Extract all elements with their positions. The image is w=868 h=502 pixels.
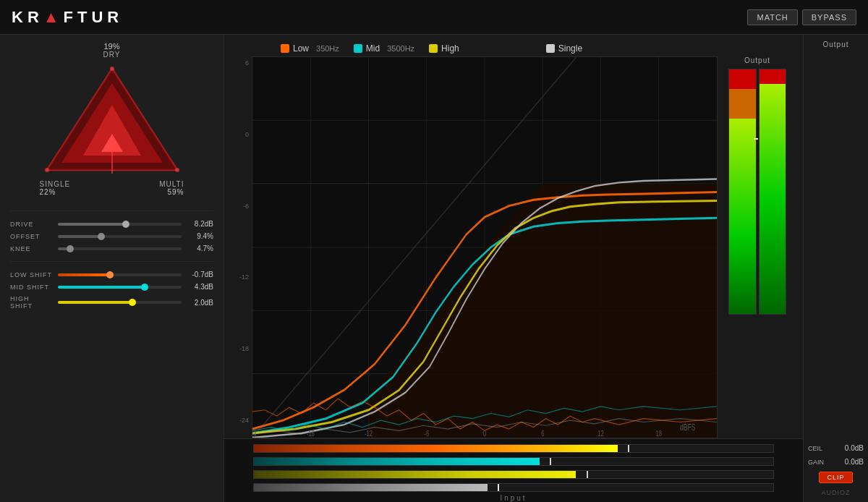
- mid-legend-label: Mid: [366, 43, 380, 54]
- bypass-button[interactable]: BYPASS: [802, 9, 856, 25]
- input-meters: [224, 439, 803, 494]
- legend-low: Low: [281, 43, 309, 54]
- low-input-meter[interactable]: [253, 444, 774, 453]
- triangle-container[interactable]: [40, 61, 184, 177]
- meter-marker-left: [754, 138, 758, 140]
- svg-text:-18: -18: [307, 429, 315, 438]
- high-shift-label: HIGH SHIFT: [10, 295, 54, 310]
- high-input-row: [253, 469, 774, 480]
- header-controls: MATCH BYPASS: [747, 9, 856, 25]
- single-input-meter[interactable]: [253, 483, 774, 492]
- single-input-row: [253, 482, 774, 493]
- meter-red-right: [760, 69, 786, 84]
- legend-mid: Mid: [354, 43, 380, 54]
- legend-high: High: [429, 43, 459, 54]
- knee-thumb[interactable]: [67, 245, 74, 252]
- mid-meter-fill: [254, 458, 540, 465]
- shift-sliders: LOW SHIFT -0.7dB MID SHIFT 4.3dB HIGH SH…: [10, 271, 213, 310]
- drive-thumb[interactable]: [122, 221, 129, 228]
- right-meter: [759, 69, 787, 315]
- meter-green-right: [760, 84, 786, 314]
- ceil-label: CEIL: [808, 445, 822, 452]
- input-label: Input: [224, 494, 803, 502]
- gain-row: GAIN 0.0dB: [808, 458, 864, 466]
- ceil-row: CEIL 0.0dB: [808, 444, 864, 452]
- y-label-0: 0: [230, 131, 252, 138]
- svg-text:6: 6: [541, 429, 544, 438]
- mid-marker: [550, 458, 551, 465]
- knee-track[interactable]: [58, 247, 182, 250]
- output-label: Output: [744, 56, 770, 64]
- mid-shift-track[interactable]: [58, 286, 182, 289]
- knee-label: KNEE: [10, 245, 54, 252]
- svg-text:12: 12: [597, 429, 603, 438]
- high-shift-track[interactable]: [58, 301, 182, 304]
- chart-svg: dBFS -24 -18 -12 -6 0 6 12 18: [252, 57, 717, 438]
- svg-text:0: 0: [483, 429, 486, 438]
- offset-value: 9.4%: [186, 232, 213, 240]
- single-color-dot: [546, 44, 555, 53]
- triangle-svg[interactable]: [40, 61, 184, 177]
- high-shift-fill: [58, 301, 132, 304]
- divider-2: [10, 261, 213, 262]
- high-shift-row: HIGH SHIFT 2.0dB: [10, 295, 213, 310]
- low-input-row: [253, 443, 774, 454]
- freq1-label: 350Hz: [316, 44, 339, 53]
- offset-slider-row: OFFSET 9.4%: [10, 232, 213, 240]
- knee-value: 4.7%: [186, 244, 213, 252]
- triangle-section: 19% DRY: [10, 42, 213, 202]
- low-meter-fill: [254, 445, 618, 452]
- mid-input-meter[interactable]: [253, 457, 774, 466]
- mid-input-row: [253, 456, 774, 467]
- chart-area: Low 350Hz Mid 3500Hz High: [224, 35, 803, 438]
- mid-shift-label: MID SHIFT: [10, 284, 54, 291]
- low-shift-track[interactable]: [58, 273, 182, 276]
- dry-label: DRY: [103, 51, 121, 59]
- low-marker: [628, 445, 629, 452]
- high-meter-fill: [254, 471, 576, 478]
- offset-fill: [58, 235, 101, 238]
- main-content: 19% DRY: [0, 35, 868, 502]
- multi-label: MULTI 59%: [159, 180, 184, 196]
- meter-orange-left: [729, 89, 756, 119]
- svg-text:18: 18: [656, 429, 662, 438]
- y-label-6: 6: [230, 59, 252, 67]
- low-legend-label: Low: [293, 43, 309, 54]
- main-chart[interactable]: dBFS -24 -18 -12 -6 0 6 12 18: [252, 56, 718, 438]
- svg-point-6: [110, 67, 114, 71]
- drive-track[interactable]: [58, 223, 182, 226]
- high-input-meter[interactable]: [253, 470, 774, 479]
- header: KR▲FTUR MATCH BYPASS: [0, 0, 868, 35]
- clip-button[interactable]: CLIP: [819, 472, 852, 483]
- left-panel: 19% DRY: [0, 35, 224, 502]
- low-shift-row: LOW SHIFT -0.7dB: [10, 271, 213, 278]
- mid-shift-thumb[interactable]: [141, 284, 148, 291]
- single-label: SINGLE 22%: [40, 180, 71, 196]
- offset-label: OFFSET: [10, 233, 54, 240]
- svg-point-8: [45, 168, 49, 172]
- drive-fill: [58, 223, 126, 226]
- meter-container: [728, 69, 786, 315]
- knee-slider-row: KNEE 4.7%: [10, 244, 213, 252]
- chart-meters-row: 6 0 -6 -12 -18 -24: [230, 56, 797, 438]
- single-meter-fill: [254, 484, 488, 491]
- drive-label: DRIVE: [10, 221, 54, 228]
- right-controls: Output CEIL 0.0dB GAIN 0.0dB CLIP AUDIOZ: [803, 35, 868, 502]
- low-shift-value: -0.7dB: [186, 271, 213, 278]
- app-logo: KR▲FTUR: [12, 8, 123, 27]
- high-shift-thumb[interactable]: [129, 299, 136, 306]
- audioz-label: AUDIOZ: [821, 489, 850, 496]
- offset-thumb[interactable]: [98, 233, 105, 240]
- freq2-label: 3500Hz: [387, 44, 414, 53]
- single-legend-label: Single: [558, 43, 582, 54]
- svg-text:-24: -24: [252, 429, 256, 438]
- high-legend-label: High: [441, 43, 459, 54]
- output-label-right: Output: [822, 41, 848, 48]
- legend-row: Low 350Hz Mid 3500Hz High: [230, 41, 797, 56]
- single-marker: [498, 484, 499, 491]
- meter-green-left: [729, 119, 756, 314]
- match-button[interactable]: MATCH: [747, 9, 797, 25]
- high-shift-value: 2.0dB: [186, 299, 213, 307]
- offset-track[interactable]: [58, 235, 182, 238]
- low-shift-thumb[interactable]: [106, 271, 114, 278]
